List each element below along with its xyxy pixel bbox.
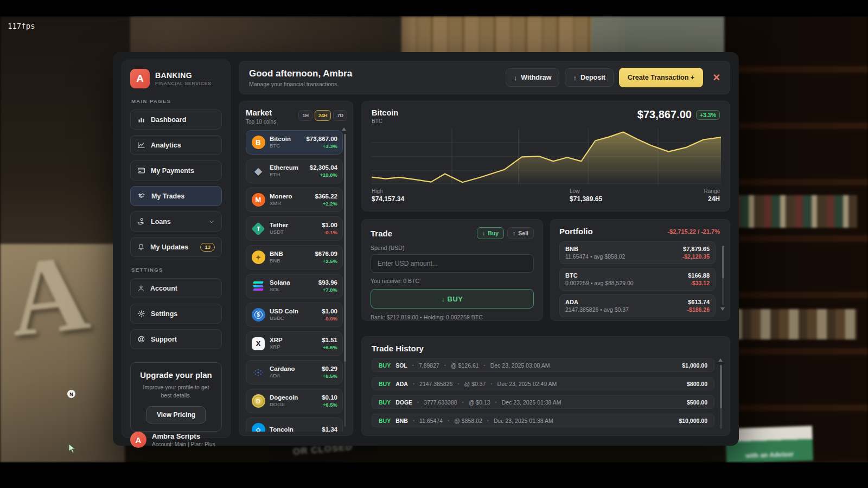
receive-text: You receive: 0 BTC	[371, 278, 534, 284]
portfolio-item-ada[interactable]: ADA 2147.385826 • avg $0.37 $613.74 -$18…	[559, 294, 716, 317]
coin-price: $0.10	[322, 394, 337, 402]
history-amount: $800.00	[687, 381, 707, 387]
coin-name: Dogecoin	[270, 394, 298, 401]
coin-row-dogecoin[interactable]: DDogecoin DOGE$0.10 +6.5%	[246, 389, 343, 413]
chart-coin-symbol: BTC	[372, 118, 398, 124]
scrollbar-up-arrow[interactable]	[718, 358, 723, 362]
coin-change: -0.0%	[322, 316, 337, 322]
coin-row-xrp[interactable]: XXRP XRP$1.51 +6.6%	[246, 331, 343, 356]
portfolio-value: $166.88	[688, 272, 710, 279]
trade-footer: Bank: $212,819.00 • Holding: 0.002259 BT…	[371, 314, 534, 320]
scrollbar-down-arrow[interactable]	[720, 307, 725, 311]
portfolio-item-bnb[interactable]: BNB 11.65474 • avg $858.02 $7,879.65 -$2…	[559, 241, 716, 264]
market-scrollbar[interactable]	[344, 134, 346, 427]
coin-price: $73,867.00	[306, 136, 337, 143]
sidebar-item-support[interactable]: Support	[130, 329, 222, 349]
coin-symbol: ETH	[270, 172, 298, 178]
tether-coin-icon: T	[251, 222, 265, 236]
background-bookshelf	[724, 16, 868, 463]
sidebar-item-label: Dashboard	[151, 116, 186, 124]
header: Good afternoon, Ambra Manage your financ…	[239, 61, 730, 94]
coin-price: $0.29	[322, 365, 337, 373]
sidebar-item-label: Analytics	[151, 142, 181, 149]
coin-name: XRP	[270, 337, 283, 344]
letterbox-bottom	[0, 463, 868, 488]
coin-row-cardano[interactable]: Cardano ADA$0.29 +8.5%	[246, 360, 343, 384]
upgrade-text: Improve your profile to get best details…	[139, 383, 213, 400]
coin-change: +6.6%	[322, 344, 337, 350]
line-chart-icon	[137, 141, 145, 149]
coin-change: +7.0%	[318, 287, 337, 293]
coin-price: $1.00	[322, 222, 337, 229]
portfolio-pnl: -$33.12	[688, 280, 710, 286]
xrp-coin-icon: X	[251, 337, 265, 351]
history-row-sol[interactable]: BUY SOL • 7.89827 • @ $126.61 • Dec 23, …	[372, 358, 714, 372]
sidebar-section-label: MAIN PAGES	[131, 98, 221, 104]
sidebar-item-account[interactable]: Account	[130, 278, 222, 298]
lifebuoy-icon	[137, 335, 145, 343]
sidebar-item-settings[interactable]: Settings	[130, 304, 222, 324]
coin-row-bitcoin[interactable]: BBitcoin BTC$73,867.00 +3.3%	[246, 130, 343, 155]
buy-toggle[interactable]: ↓Buy	[477, 227, 504, 239]
scrollbar-up-arrow[interactable]	[342, 127, 346, 131]
coin-symbol: ADA	[270, 373, 295, 379]
range-button-24h[interactable]: 24H	[315, 110, 331, 121]
coin-row-toncoin[interactable]: ◇Toncoin $1.34	[246, 418, 343, 432]
coin-name: Cardano	[270, 365, 295, 373]
screen: A OR CLOSED with an Advisor 117fps N A B…	[0, 0, 868, 488]
coin-symbol: BNB	[270, 258, 283, 264]
sidebar-item-my-payments[interactable]: My Payments	[130, 160, 222, 181]
history-price: @ $0.37	[464, 381, 486, 387]
range-button-7d[interactable]: 7D	[333, 110, 347, 121]
view-pricing-button[interactable]: View Pricing	[146, 406, 206, 423]
sidebar-item-label: My Payments	[151, 167, 194, 175]
history-amount: $1,000.00	[682, 362, 707, 369]
sidebar-item-analytics[interactable]: Analytics	[130, 135, 222, 155]
sidebar-item-my-updates[interactable]: My Updates13	[130, 237, 222, 257]
buy-button[interactable]: ↓ BUY	[371, 289, 534, 309]
portfolio-scrollbar[interactable]	[722, 246, 724, 305]
history-symbol: SOL	[395, 362, 407, 369]
coin-row-ethereum[interactable]: ◆Ethereum ETH$2,305.04 +10.0%	[246, 159, 343, 183]
fps-counter: 117fps	[8, 22, 35, 30]
range-button-1h[interactable]: 1H	[298, 110, 312, 121]
coin-symbol: SOL	[270, 287, 290, 293]
background-stone-letter: A	[3, 229, 94, 361]
history-qty: 11.65474	[419, 418, 443, 424]
market-subtitle: Top 10 coins	[246, 119, 276, 125]
usd-amount-input[interactable]	[371, 254, 534, 273]
sidebar-item-dashboard[interactable]: Dashboard	[130, 110, 222, 130]
handshake-icon	[137, 192, 146, 200]
chart-coin-name: Bitcoin	[372, 108, 398, 117]
close-icon[interactable]: ×	[713, 72, 720, 84]
history-scrollbar[interactable]	[720, 365, 722, 429]
coin-symbol: XMR	[270, 201, 292, 207]
coin-row-bnb[interactable]: ✦BNB BNB$676.09 +2.5%	[246, 245, 343, 269]
create-transaction-button[interactable]: Create Transaction +	[619, 68, 703, 87]
coin-row-solana[interactable]: Solana SOL$93.96 +7.0%	[246, 274, 343, 298]
up-arrow-icon: ↑	[573, 74, 577, 82]
coin-row-usd-coin[interactable]: $USD Coin USDC$1.00 -0.0%	[246, 303, 343, 327]
history-row-doge[interactable]: BUY DOGE • 3777.633388 • @ $0.13 • Dec 2…	[372, 395, 714, 409]
user-icon	[137, 284, 145, 292]
history-symbol: DOGE	[395, 399, 412, 406]
history-side: BUY	[379, 418, 391, 424]
coin-list: BBitcoin BTC$73,867.00 +3.3%◆Ethereum ET…	[246, 130, 347, 432]
coin-row-monero[interactable]: MMonero XMR$365.22 +2.2%	[246, 188, 343, 212]
bitcoin-coin-icon: B	[251, 136, 265, 150]
coin-row-tether[interactable]: TTether USDT$1.00 -0.1%	[246, 216, 343, 241]
mouse-cursor-icon	[68, 444, 76, 455]
portfolio-item-btc[interactable]: BTC 0.002259 • avg $88,529.00 $166.88 -$…	[559, 268, 716, 291]
bar-chart-icon	[137, 115, 145, 124]
sidebar-item-loans[interactable]: Loans	[130, 211, 222, 232]
history-row-ada[interactable]: BUY ADA • 2147.385826 • @ $0.37 • Dec 23…	[372, 377, 714, 390]
monero-coin-icon: M	[251, 193, 265, 207]
withdraw-button[interactable]: ↓ Withdraw	[506, 68, 560, 87]
deposit-button[interactable]: ↑ Deposit	[565, 68, 613, 87]
sell-toggle[interactable]: ↑Sell	[507, 227, 534, 239]
history-row-bnb[interactable]: BUY BNB • 11.65474 • @ $858.02 • Dec 23,…	[372, 414, 714, 427]
history-side: BUY	[379, 399, 391, 406]
coin-change: +10.0%	[310, 172, 337, 178]
usdc-coin-icon: $	[251, 308, 265, 322]
sidebar-item-my-trades[interactable]: My Trades	[130, 186, 222, 206]
